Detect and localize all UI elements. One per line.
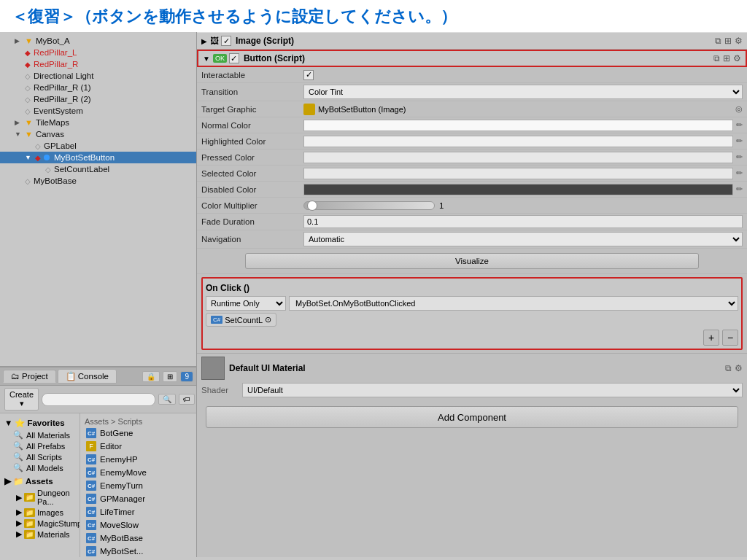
tab-console[interactable]: 📋 Console [58, 369, 117, 384]
assets-item[interactable]: ▶📁Images [0, 507, 80, 518]
image-grid-icon[interactable]: ⊞ [724, 36, 732, 46]
script-item-enemyhp[interactable]: C#EnemyHP [80, 453, 196, 466]
color-multiplier-label: Color Multiplier [201, 201, 303, 210]
add-onclick-btn[interactable]: + [703, 330, 719, 346]
remove-onclick-btn[interactable]: − [722, 330, 738, 346]
pressed-color-pencil[interactable]: ✏ [736, 152, 743, 162]
obj-icon: ◇ [25, 72, 31, 80]
material-thumbnail [201, 357, 225, 380]
highlighted-color-swatch[interactable] [303, 136, 733, 147]
script-label: EnemyHP [100, 455, 138, 464]
method-select[interactable]: MyBotSet.OnMyBotButtonClicked [289, 296, 738, 311]
visualize-button[interactable]: Visualize [245, 253, 699, 269]
shader-select[interactable]: UI/Default [242, 383, 743, 397]
color-multiplier-number: 1 [439, 201, 444, 210]
favorites-item[interactable]: 🔍All Prefabs [0, 440, 80, 451]
button-grid-icon[interactable]: ⊞ [723, 53, 730, 63]
search-icon: 🔍 [13, 430, 23, 440]
hierarchy-item-gplabel[interactable]: ◇ GPLabel [0, 140, 196, 152]
hierarchy-item-redpillar_r[interactable]: ◆ RedPillar_R [0, 58, 196, 70]
assets-folder-icon: 📁 [13, 476, 23, 486]
assets-item[interactable]: ▶📁Materials [0, 529, 80, 540]
selected-color-label: Selected Color [201, 169, 303, 178]
button-gear-icon[interactable]: ⚙ [733, 53, 741, 63]
assets-item[interactable]: ▶📁Dungeon Pa... [0, 488, 80, 507]
set-count-chip: C# SetCountL ⊙ [206, 313, 276, 327]
target-eye-btn[interactable]: ◎ [735, 104, 743, 114]
hierarchy-item-redpillar_r2[interactable]: ◇ RedPillar_R (2) [0, 93, 196, 105]
favorites-item[interactable]: 🔍All Materials [0, 429, 80, 440]
pressed-color-swatch[interactable] [303, 152, 733, 163]
hierarchy-item-mybotsetbutton[interactable]: ▼ ◆ MyBotSetButton [0, 152, 196, 163]
button-arrow[interactable]: ▼ [203, 55, 210, 63]
disabled-color-swatch[interactable] [303, 184, 733, 195]
image-enabled-checkbox[interactable]: ✓ [221, 36, 231, 46]
blue-dot [44, 155, 50, 160]
filter-btn[interactable]: 🏷 [179, 394, 195, 405]
selected-color-swatch[interactable] [303, 168, 733, 179]
cs-icon: C# [86, 428, 96, 438]
search-input[interactable] [42, 393, 155, 406]
color-multiplier-slider[interactable] [303, 201, 435, 210]
transition-label: Transition [201, 88, 303, 96]
button-copy-icon[interactable]: ⧉ [713, 53, 720, 63]
script-item-mybotbase[interactable]: C#MyBotBase [80, 532, 196, 545]
hierarchy-item-directional[interactable]: ◇ Directional Light [0, 70, 196, 82]
hierarchy-item-mybotbase[interactable]: ◇ MyBotBase [0, 175, 196, 187]
image-gear-icon[interactable]: ⚙ [735, 36, 743, 46]
red-obj-icon: ◆ [25, 49, 31, 57]
interactable-checkbox[interactable]: ✓ [303, 70, 314, 80]
asset-label: MagicStump... [37, 519, 80, 528]
maximize-btn[interactable]: ⊞ [163, 371, 177, 382]
interactable-label: Interactable [201, 71, 303, 79]
tab-project[interactable]: 🗂 Project [3, 370, 56, 383]
add-component-button[interactable]: Add Component [206, 406, 738, 428]
assets-item[interactable]: ▶📁MagicStump... [0, 518, 80, 529]
script-item-moveslow[interactable]: C#MoveSlow [80, 518, 196, 532]
button-enabled-checkbox[interactable]: ✓ [229, 53, 239, 63]
highlighted-color-value: ✏ [303, 136, 743, 147]
image-copy-icon[interactable]: ⧉ [715, 36, 721, 46]
hierarchy-item-canvas[interactable]: ▼ ▼ Canvas [0, 128, 196, 140]
highlighted-color-pencil[interactable]: ✏ [736, 136, 743, 146]
hierarchy-item-setcountlabel[interactable]: ◇ SetCountLabel [0, 163, 196, 175]
lock-btn[interactable]: 🔒 [142, 371, 160, 382]
favorites-item[interactable]: 🔍All Models [0, 462, 80, 473]
script-item-mybotset...[interactable]: C#MyBotSet... [80, 545, 196, 557]
script-item-enemymove[interactable]: C#EnemyMove [80, 466, 196, 479]
material-gear-icon[interactable]: ⚙ [735, 363, 743, 373]
hierarchy-item-tilemaps[interactable]: ▶ ▼ TileMaps [0, 117, 196, 128]
script-item-enemyturn[interactable]: C#EnemyTurn [80, 479, 196, 492]
disabled-color-pencil[interactable]: ✏ [736, 184, 743, 194]
script-item-editor[interactable]: FEditor [80, 440, 196, 453]
hierarchy-item-redpillar_l[interactable]: ◆ RedPillar_L [0, 47, 196, 58]
runtime-only-select[interactable]: Runtime Only [206, 296, 286, 311]
normal-color-row: Normal Color ✏ [197, 117, 747, 133]
asset-label: Materials [37, 530, 70, 539]
favorites-item[interactable]: 🔍All Scripts [0, 451, 80, 462]
interactable-value: ✓ [303, 70, 743, 80]
selected-color-pencil[interactable]: ✏ [736, 168, 743, 178]
set-count-dot[interactable]: ⊙ [265, 315, 271, 324]
hierarchy-item-redpillar_r1[interactable]: ◇ RedPillar_R (1) [0, 82, 196, 93]
obj-icon: ◇ [25, 177, 31, 185]
script-item-gpmanager[interactable]: C#GPManager [80, 492, 196, 505]
inspector-panel: ▶ 🖼 ✓ Image (Script) ⧉ ⊞ ⚙ ▼ OK ✓ Button… [197, 32, 747, 557]
hierarchy-item-mybot_a[interactable]: ▶ ▼ MyBot_A [0, 35, 196, 47]
favorites-arrow: ▼ [4, 419, 12, 427]
search-options-btn[interactable]: 🔍 [158, 394, 176, 405]
script-label: GPManager [100, 494, 145, 503]
image-arrow[interactable]: ▶ [201, 37, 207, 45]
create-button[interactable]: Create ▾ [4, 388, 39, 411]
material-copy-icon[interactable]: ⧉ [725, 363, 732, 373]
script-item-botgene[interactable]: C#BotGene [80, 427, 196, 440]
fade-duration-input[interactable] [303, 215, 743, 228]
folder-icon: ▼ [25, 130, 33, 139]
navigation-select[interactable]: Automatic [303, 232, 743, 246]
normal-color-pencil[interactable]: ✏ [736, 120, 743, 130]
transition-select[interactable]: Color Tint [303, 85, 743, 99]
script-item-lifetimer[interactable]: C#LifeTimer [80, 505, 196, 518]
hierarchy-item-eventsystem[interactable]: ◇ EventSystem [0, 105, 196, 117]
normal-color-swatch[interactable] [303, 120, 733, 131]
page-title: ＜復習＞（ボタンを動作させるように設定してください。） [0, 0, 747, 32]
